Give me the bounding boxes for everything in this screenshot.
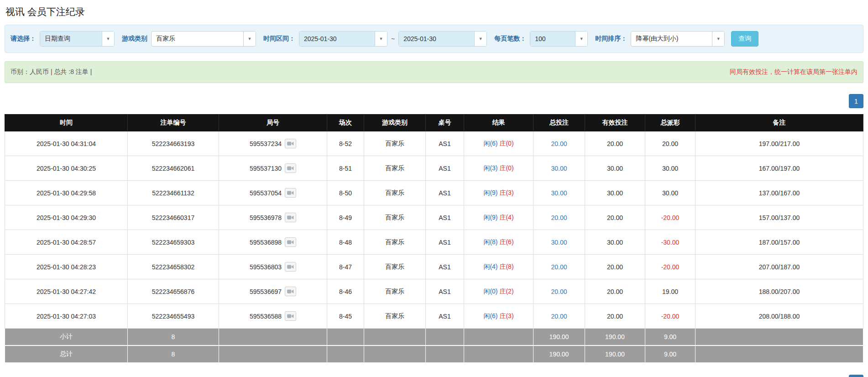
cell-time: 2025-01-30 04:30:25 bbox=[5, 156, 128, 181]
result-player: 闲(6) bbox=[483, 312, 497, 319]
video-replay-icon[interactable] bbox=[285, 237, 296, 247]
video-replay-icon[interactable] bbox=[285, 188, 296, 198]
cell-valid-bet: 30.00 bbox=[585, 156, 645, 181]
payout-value: -30.00 bbox=[661, 239, 680, 246]
cell-table-no: AS1 bbox=[426, 304, 464, 329]
cell-valid-bet: 30.00 bbox=[585, 181, 645, 205]
currency-summary-text: 币别：人民币 | 总共 :8 注单 | bbox=[10, 68, 92, 76]
round-id-value: 595536803 bbox=[250, 263, 282, 271]
cell-payout: -20.00 bbox=[645, 205, 695, 230]
cell-time: 2025-01-30 04:27:03 bbox=[5, 304, 128, 329]
result-banker: 庄(4) bbox=[499, 214, 513, 221]
empty-cell bbox=[327, 329, 364, 346]
video-replay-icon[interactable] bbox=[285, 262, 296, 272]
cell-time: 2025-01-30 04:29:58 bbox=[5, 181, 128, 205]
payout-value: -20.00 bbox=[661, 263, 680, 271]
empty-cell bbox=[464, 329, 533, 346]
cell-payout: -20.00 bbox=[645, 304, 695, 329]
round-id-value: 595537054 bbox=[250, 189, 282, 197]
col-total-bet: 总投注 bbox=[533, 115, 585, 131]
range-separator: ~ bbox=[391, 35, 395, 42]
cell-note: 157.00/137.00 bbox=[695, 205, 863, 230]
total-bet-link[interactable]: 30.00 bbox=[551, 165, 567, 172]
cell-session: 8-48 bbox=[327, 230, 364, 255]
cell-payout: -20.00 bbox=[645, 255, 695, 279]
cell-table-no: AS1 bbox=[426, 131, 464, 156]
query-type-select[interactable]: 日期查询 ▼ bbox=[40, 31, 115, 47]
total-bet-link[interactable]: 20.00 bbox=[551, 313, 567, 320]
per-page-select[interactable]: 100 ▼ bbox=[530, 31, 588, 47]
payout-value: 30.00 bbox=[662, 189, 678, 197]
cell-result: 闲(0) 庄(2) bbox=[464, 279, 533, 304]
subtotal-label: 小计 bbox=[5, 329, 128, 346]
query-type-label: 请选择： bbox=[10, 35, 36, 43]
empty-cell bbox=[426, 346, 464, 363]
grand-total-total-bet: 190.00 bbox=[533, 346, 585, 363]
cell-time: 2025-01-30 04:28:23 bbox=[5, 255, 128, 279]
video-replay-icon[interactable] bbox=[285, 213, 296, 222]
bet-records-table: 时间 注单编号 局号 场次 游戏类别 桌号 结果 总投注 有效投注 总派彩 备注… bbox=[5, 114, 863, 363]
table-row: 2025-01-30 04:28:57 522234659303 5955368… bbox=[5, 230, 863, 255]
date-to-select[interactable]: 2025-01-30 ▼ bbox=[398, 31, 487, 47]
cell-payout: 20.00 bbox=[645, 131, 695, 156]
chevron-down-icon[interactable]: ▼ bbox=[102, 31, 114, 46]
game-type-label: 游戏类别 bbox=[122, 35, 147, 43]
chevron-down-icon[interactable]: ▼ bbox=[474, 31, 486, 46]
cell-session: 8-50 bbox=[327, 181, 364, 205]
page-button-1[interactable]: 1 bbox=[849, 375, 863, 377]
cell-session: 8-47 bbox=[327, 255, 364, 279]
cell-session: 8-49 bbox=[327, 205, 364, 230]
game-type-select[interactable]: 百家乐 ▼ bbox=[151, 31, 256, 47]
cell-note: 187.00/157.00 bbox=[695, 230, 863, 255]
chevron-down-icon[interactable]: ▼ bbox=[575, 31, 587, 46]
total-bet-link[interactable]: 30.00 bbox=[551, 239, 567, 246]
cell-round-id: 595536803 bbox=[219, 255, 327, 279]
cell-valid-bet: 20.00 bbox=[585, 205, 645, 230]
result-player: 闲(0) bbox=[483, 288, 497, 295]
result-banker: 庄(3) bbox=[499, 312, 513, 319]
page-button-1[interactable]: 1 bbox=[849, 94, 863, 108]
cell-result: 闲(8) 庄(6) bbox=[464, 230, 533, 255]
sort-order-select[interactable]: 降幂(由大到小) ▼ bbox=[631, 31, 725, 47]
table-row: 2025-01-30 04:29:58 522234661132 5955370… bbox=[5, 181, 863, 205]
result-banker: 庄(0) bbox=[499, 164, 513, 172]
cell-round-id: 595537130 bbox=[219, 156, 327, 181]
col-session: 场次 bbox=[327, 115, 364, 131]
date-range-label: 时间区间： bbox=[263, 35, 295, 43]
video-replay-icon[interactable] bbox=[285, 139, 296, 148]
result-player: 闲(3) bbox=[483, 164, 497, 172]
cell-result: 闲(6) 庄(0) bbox=[464, 131, 533, 156]
cell-note: 167.00/197.00 bbox=[695, 156, 863, 181]
cell-note: 197.00/217.00 bbox=[695, 131, 863, 156]
table-row: 2025-01-30 04:29:30 522234660317 5955369… bbox=[5, 205, 863, 230]
total-bet-link[interactable]: 30.00 bbox=[551, 189, 567, 197]
total-bet-link[interactable]: 20.00 bbox=[551, 263, 567, 271]
sort-order-value: 降幂(由大到小) bbox=[631, 31, 712, 46]
cell-total-bet: 30.00 bbox=[533, 156, 585, 181]
date-to-value: 2025-01-30 bbox=[399, 31, 474, 46]
search-button[interactable]: 查询 bbox=[731, 31, 758, 47]
cell-round-id: 595536588 bbox=[219, 304, 327, 329]
video-replay-icon[interactable] bbox=[285, 287, 296, 296]
chevron-down-icon[interactable]: ▼ bbox=[712, 31, 724, 46]
total-bet-link[interactable]: 20.00 bbox=[551, 214, 567, 221]
game-type-value: 百家乐 bbox=[152, 31, 243, 46]
cell-total-bet: 20.00 bbox=[533, 255, 585, 279]
chevron-down-icon[interactable]: ▼ bbox=[243, 31, 256, 46]
date-from-select[interactable]: 2025-01-30 ▼ bbox=[299, 31, 387, 47]
cell-game-type: 百家乐 bbox=[364, 279, 426, 304]
total-bet-link[interactable]: 20.00 bbox=[551, 288, 567, 295]
cell-total-bet: 20.00 bbox=[533, 205, 585, 230]
table-row: 2025-01-30 04:27:03 522234655493 5955365… bbox=[5, 304, 863, 329]
cell-game-type: 百家乐 bbox=[364, 255, 426, 279]
result-player: 闲(8) bbox=[483, 238, 497, 246]
total-bet-link[interactable]: 20.00 bbox=[551, 140, 567, 147]
cell-table-no: AS1 bbox=[426, 279, 464, 304]
cell-bet-id: 522234660317 bbox=[128, 205, 219, 230]
cell-result: 闲(3) 庄(0) bbox=[464, 156, 533, 181]
chevron-down-icon[interactable]: ▼ bbox=[375, 31, 387, 46]
page-title: 视讯 会员下注纪录 bbox=[5, 5, 863, 18]
video-replay-icon[interactable] bbox=[285, 311, 296, 321]
video-replay-icon[interactable] bbox=[285, 163, 296, 173]
grand-total-valid-bet: 190.00 bbox=[585, 346, 645, 363]
